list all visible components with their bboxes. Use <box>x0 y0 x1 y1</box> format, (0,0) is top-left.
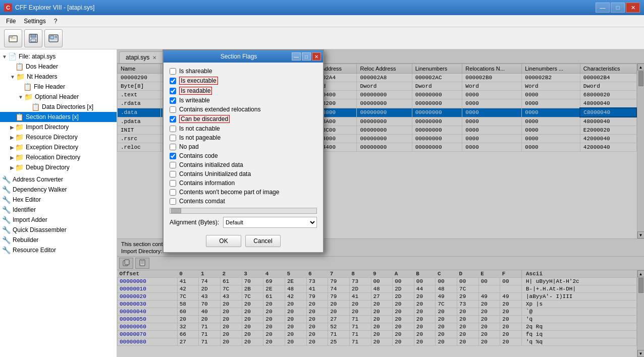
maximize-button[interactable]: □ <box>611 3 625 13</box>
dialog-close-button[interactable]: ✕ <box>312 52 321 61</box>
import-dir-icon: 📁 <box>15 123 24 131</box>
sidebar-item-label: Resource Editor <box>13 247 56 254</box>
sidebar-item-relocation-directory[interactable]: ▶ 📁 Relocation Directory <box>0 152 117 162</box>
checkbox-0[interactable] <box>170 68 176 75</box>
checkbox-item: Contents won't become part of image <box>170 188 317 197</box>
sidebar-item-optional-header[interactable]: ▼ 📁 Optional Header <box>0 92 117 102</box>
sidebar-item-label: File: atapi.sys <box>19 53 56 60</box>
rebuilder-icon: 🔧 <box>2 236 11 244</box>
expand-icon-fh: ▶ <box>18 84 22 90</box>
checkbox-2[interactable] <box>170 88 176 94</box>
dialog-maximize-button[interactable]: □ <box>302 52 311 61</box>
sidebar-item-dependency-walker[interactable]: 🔧 Dependency Walker <box>0 185 117 195</box>
menu-bar: File Settings ? <box>0 15 644 27</box>
sidebar-item-import-directory[interactable]: ▶ 📁 Import Directory <box>0 122 117 132</box>
sidebar-item-label: Optional Header <box>35 93 79 100</box>
section-flags-dialog: Section Flags — □ ✕ Is shareableIs execu… <box>163 49 324 253</box>
checkbox-4[interactable] <box>170 106 176 113</box>
file-icon: 📄 <box>8 52 17 61</box>
checkbox-6[interactable] <box>170 126 176 132</box>
toolbar-extra-button[interactable] <box>44 29 63 47</box>
sidebar-item-nt-headers[interactable]: ▼ 📁 Nt Headers <box>0 72 117 82</box>
menu-settings[interactable]: Settings <box>20 17 49 26</box>
checkbox-item: Contains extended relocations <box>170 105 317 114</box>
sidebar-item-file-header[interactable]: ▶ 📋 File Header <box>0 82 117 92</box>
checkbox-13[interactable] <box>170 189 176 196</box>
expand-icon-rd[interactable]: ▶ <box>10 135 14 140</box>
sidebar-item-label: Import Adder <box>13 216 47 223</box>
checkbox-item: Contains information <box>170 178 317 188</box>
sidebar-item-debug-directory[interactable]: ▶ 📁 Debug Directory <box>0 162 117 172</box>
checkbox-label: Contains Uninitialized data <box>179 170 251 177</box>
checkbox-label: Is writeable <box>179 97 210 104</box>
checkbox-12[interactable] <box>170 180 176 187</box>
sidebar-item-label: File Header <box>34 83 65 90</box>
dialog-scrollbar[interactable] <box>170 208 317 214</box>
expand-icon-dbg[interactable]: ▶ <box>10 165 14 170</box>
dialog-scrollbar-thumb[interactable] <box>171 208 181 213</box>
dep-walker-icon: 🔧 <box>2 186 11 194</box>
checkbox-3[interactable] <box>170 97 176 104</box>
section-headers-icon: 📋 <box>15 113 24 121</box>
checkbox-8[interactable] <box>170 144 176 150</box>
checkbox-9[interactable] <box>170 153 176 159</box>
sidebar-item-label: Identifier <box>13 206 36 213</box>
checkbox-1[interactable] <box>170 78 176 84</box>
sidebar-item-identifier[interactable]: 🔧 Identifier <box>0 205 117 215</box>
expand-icon-ed[interactable]: ▶ <box>10 145 14 150</box>
modal-overlay: Section Flags — □ ✕ Is shareableIs execu… <box>117 49 644 357</box>
sidebar-item-label: Exception Directory <box>26 144 78 151</box>
checkbox-label: Is not cachable <box>179 125 220 132</box>
title-bar-controls: — □ ✕ <box>596 3 640 13</box>
expand-icon-id[interactable]: ▶ <box>10 125 14 130</box>
dialog-minimize-button[interactable]: — <box>292 52 301 61</box>
sidebar-item-file-root[interactable]: ▼ 📄 File: atapi.sys <box>0 51 117 62</box>
checkbox-item: Is not pageable <box>170 133 317 142</box>
checkbox-label: No pad <box>179 143 199 150</box>
checkbox-item: Contains Uninitialized data <box>170 169 317 178</box>
checkbox-11[interactable] <box>170 171 176 177</box>
expand-icon-oh[interactable]: ▼ <box>18 94 23 100</box>
svg-rect-5 <box>31 34 36 37</box>
app-icon: C <box>4 4 12 12</box>
alignment-select[interactable]: Default124816326412825651210242048409681… <box>223 217 317 228</box>
checkbox-item: Contains code <box>170 151 317 160</box>
checkbox-label: Is executable <box>179 77 218 85</box>
menu-help[interactable]: ? <box>50 17 62 26</box>
dialog-cancel-button[interactable]: Cancel <box>245 235 281 247</box>
checkbox-item: No pad <box>170 142 317 151</box>
checkbox-14[interactable] <box>170 198 176 205</box>
checkbox-label: Contains code <box>179 152 218 159</box>
sidebar-item-resource-editor[interactable]: 🔧 Resource Editor <box>0 245 117 255</box>
expand-icon-nt[interactable]: ▼ <box>10 74 15 80</box>
close-button[interactable]: ✕ <box>626 3 640 13</box>
svg-rect-6 <box>31 39 36 42</box>
checkbox-5[interactable] <box>170 116 176 123</box>
main-layout: ▼ 📄 File: atapi.sys ▶ 📋 Dos Header ▼ 📁 N… <box>0 49 644 357</box>
sidebar-item-address-converter[interactable]: 🔧 Address Converter <box>0 174 117 185</box>
sidebar-item-hex-editor[interactable]: 🔧 Hex Editor <box>0 195 117 205</box>
menu-file[interactable]: File <box>2 17 20 26</box>
checkbox-label: Contents comdat <box>179 198 225 205</box>
sidebar-item-dos-header[interactable]: ▶ 📋 Dos Header <box>0 62 117 72</box>
toolbar-save-button[interactable] <box>24 29 42 47</box>
expand-icon-root[interactable]: ▼ <box>2 54 7 60</box>
expand-icon-reloc[interactable]: ▶ <box>10 155 14 160</box>
sidebar-item-import-adder[interactable]: 🔧 Import Adder <box>0 215 117 225</box>
checkbox-item: Contents comdat <box>170 197 317 206</box>
sidebar-item-label: Import Directory <box>26 124 69 131</box>
minimize-button[interactable]: — <box>596 3 610 13</box>
sidebar-item-quick-disassembler[interactable]: 🔧 Quick Disassembler <box>0 225 117 235</box>
sidebar-item-resource-directory[interactable]: ▶ 📁 Resource Directory <box>0 132 117 142</box>
app-title: CFF Explorer VIII - [atapi.sys] <box>15 4 94 11</box>
dialog-title-bar: Section Flags — □ ✕ <box>164 50 323 63</box>
sidebar-item-data-directories[interactable]: ▶ 📋 Data Directories [x] <box>0 102 117 112</box>
checkbox-10[interactable] <box>170 162 176 168</box>
sidebar-item-section-headers[interactable]: ▶ 📋 Section Headers [x] <box>0 112 117 122</box>
sidebar-item-exception-directory[interactable]: ▶ 📁 Exception Directory <box>0 142 117 152</box>
sidebar-item-rebuilder[interactable]: 🔧 Rebuilder <box>0 235 117 245</box>
checkbox-7[interactable] <box>170 135 176 141</box>
toolbar-open-button[interactable] <box>4 29 22 47</box>
svg-rect-1 <box>9 36 13 37</box>
dialog-ok-button[interactable]: OK <box>206 235 241 247</box>
